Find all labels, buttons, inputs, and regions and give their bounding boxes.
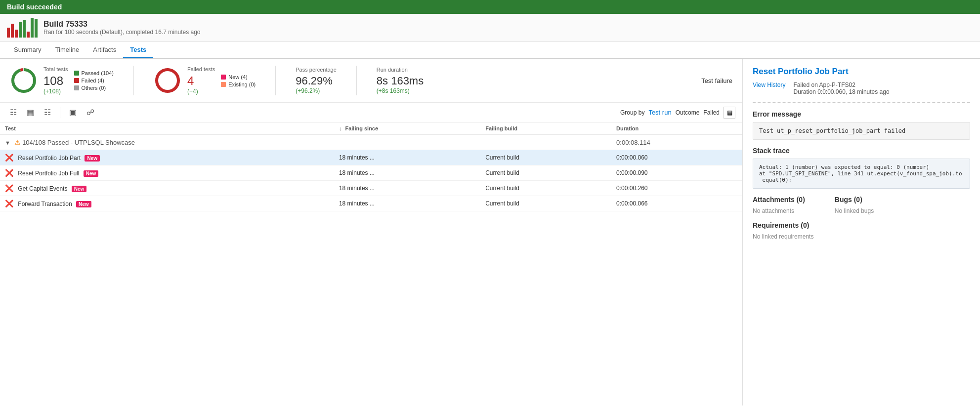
failing-since-cell: 18 minutes ... [334, 181, 480, 196]
fail-icon: ❌ [5, 184, 13, 192]
nav-tabs: Summary Timeline Artifacts Tests [0, 42, 980, 59]
error-message-box: Test ut_p_reset_portfolio_job_part faile… [753, 122, 970, 140]
bugs-group: Bugs (0) No linked bugs [835, 196, 874, 214]
total-tests-sub: (+108) [43, 88, 68, 95]
build-status-banner: Build succeeded [0, 0, 980, 14]
build-subtitle: Ran for 100 seconds (Default), completed… [43, 29, 201, 36]
table-row[interactable]: ❌ Reset Portfolio Job Full New 18 minute… [0, 165, 742, 181]
legend-dot-failed [74, 78, 79, 83]
table-row[interactable]: ❌ Reset Portfolio Job Part New 18 minute… [0, 150, 742, 165]
bar-chart-col [35, 19, 38, 38]
group-label-text: 104/108 Passed - UTPLSQL Showcase [22, 139, 135, 146]
group-by-value[interactable]: Test run [648, 109, 671, 116]
bar-chart-col [15, 30, 18, 38]
toolbar-btn-2[interactable]: ▦ [24, 106, 37, 119]
table-group-row[interactable]: ▼ ⚠ 104/108 Passed - UTPLSQL Showcase 0:… [0, 135, 742, 150]
pass-pct-label: Pass percentage [296, 67, 337, 73]
sort-icon: ↓ [339, 125, 342, 131]
legend-dot-new [221, 75, 226, 80]
divider [356, 66, 357, 95]
tab-timeline[interactable]: Timeline [48, 42, 86, 58]
expand-chevron[interactable]: ▼ [5, 140, 10, 146]
test-name: Reset Portfolio Job Part [18, 155, 81, 162]
failed-tests-donut [154, 67, 181, 94]
banner-text: Build succeeded [7, 3, 62, 11]
requirements-sub: No linked requirements [753, 233, 970, 240]
stack-trace-box: Actual: 1 (number) was expected to equal… [753, 159, 970, 189]
table-row[interactable]: ❌ Forward Transaction New 18 minutes ...… [0, 196, 742, 211]
tab-tests[interactable]: Tests [123, 42, 153, 58]
failed-legend: New (4) Existing (0) [221, 74, 256, 87]
warning-icon: ⚠ [14, 138, 21, 146]
legend-others: Others (0) [74, 85, 114, 91]
failing-build-cell: Current build [480, 165, 611, 181]
toolbar-btn-3[interactable]: ☷ [41, 106, 54, 119]
test-table-container: Test ↓ Failing since Failing build Durat… [0, 122, 742, 370]
legend-failed: Failed (4) [74, 78, 114, 83]
test-name-cell: ❌ Forward Transaction New [0, 196, 334, 211]
legend-existing-label: Existing (0) [228, 81, 256, 87]
tab-summary[interactable]: Summary [7, 42, 48, 58]
failing-since-cell: 18 minutes ... [334, 150, 480, 165]
build-chart [7, 18, 38, 38]
detail-meta: View History Failed on App-P-TFS02 Durat… [753, 81, 970, 103]
toolbar-btn-5[interactable]: ☍ [84, 106, 97, 119]
test-table: Test ↓ Failing since Failing build Durat… [0, 122, 742, 211]
col-duration[interactable]: Duration [611, 122, 742, 135]
pass-pct-sub: (+96.2%) [296, 87, 337, 94]
layout-toggle-btn[interactable]: ▦ [724, 107, 735, 119]
build-info: Build 75333 Ran for 100 seconds (Default… [43, 20, 201, 36]
group-row-duration: 0:00:08.114 [611, 135, 742, 150]
toolbar-btn-4[interactable]: ▣ [66, 106, 80, 119]
failing-since-cell: 18 minutes ... [334, 165, 480, 181]
toolbar-separator [60, 107, 60, 118]
detail-meta-info: Failed on App-P-TFS02 Duration 0:0:00.06… [793, 81, 889, 95]
attachments-sub: No attachments [753, 207, 805, 214]
run-duration-group: Run duration 8s 163ms (+8s 163ms) [377, 67, 424, 94]
legend-passed: Passed (104) [74, 70, 114, 76]
legend-new: New (4) [221, 74, 256, 80]
view-history-link[interactable]: View History [753, 81, 785, 88]
failed-tests-label: Failed tests [187, 66, 215, 72]
legend-dot-existing [221, 82, 226, 87]
bugs-sub: No linked bugs [835, 207, 874, 214]
error-message-section-label: Error message [753, 110, 970, 118]
duration-cell: 0:00:00.090 [611, 165, 742, 181]
total-tests-group: Total tests 108 (+108) Passed (104) Fail… [10, 66, 114, 95]
col-failing-since[interactable]: ↓ Failing since [334, 122, 480, 135]
failing-build-cell: Current build [480, 150, 611, 165]
total-tests-donut [10, 67, 38, 94]
requirements-section-label: Requirements (0) [753, 221, 970, 229]
duration-cell: 0:00:00.060 [611, 150, 742, 165]
svg-point-1 [13, 70, 35, 91]
bugs-label: Bugs (0) [835, 196, 874, 203]
toolbar-btn-1[interactable]: ☷ [7, 106, 20, 119]
failing-since-cell: 18 minutes ... [334, 196, 480, 211]
table-row[interactable]: ❌ Get Capital Events New 18 minutes ... … [0, 181, 742, 196]
stats-bar: Total tests 108 (+108) Passed (104) Fail… [0, 59, 742, 103]
main-panel: Total tests 108 (+108) Passed (104) Fail… [0, 59, 743, 406]
failed-on-text: Failed on App-P-TFS02 [793, 81, 889, 88]
svg-point-4 [157, 70, 178, 91]
divider [275, 66, 276, 95]
legend-passed-label: Passed (104) [82, 70, 114, 76]
test-name-cell: ❌ Reset Portfolio Job Part New [0, 150, 334, 165]
bar-chart-col [31, 18, 34, 38]
tab-artifacts[interactable]: Artifacts [86, 42, 123, 58]
run-duration-value: 8s 163ms [377, 75, 424, 87]
fail-icon: ❌ [5, 154, 13, 162]
legend-dot-others [74, 85, 79, 90]
col-failing-build[interactable]: Failing build [480, 122, 611, 135]
pass-pct-group: Pass percentage 96.29% (+96.2%) [296, 67, 337, 94]
total-legend: Passed (104) Failed (4) Others (0) [74, 70, 114, 91]
col-test[interactable]: Test [0, 122, 334, 135]
group-by-label: Group by [620, 109, 644, 116]
bar-chart-col [19, 22, 22, 38]
content-area: Total tests 108 (+108) Passed (104) Fail… [0, 59, 980, 406]
build-number: Build 75333 [43, 20, 201, 29]
toolbar: ☷ ▦ ☷ ▣ ☍ Group by Test run Outcome Fail… [0, 103, 742, 122]
test-failure-label: Test failure [701, 77, 732, 84]
test-name: Forward Transaction [18, 201, 72, 207]
divider [133, 66, 134, 95]
new-badge: New [76, 201, 91, 207]
